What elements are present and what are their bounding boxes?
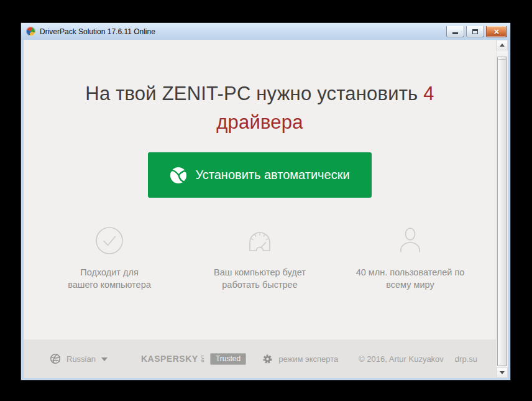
window-title: DriverPack Solution 17.6.11 Online	[40, 27, 155, 36]
expert-mode-label: режим эксперта	[278, 354, 338, 364]
close-button[interactable]: ×	[486, 26, 507, 37]
maximize-icon	[472, 29, 478, 34]
globe-icon	[50, 353, 61, 364]
driverpack-white-icon	[170, 167, 187, 184]
feature-label-line1: Ваш компьютер будет	[185, 266, 335, 279]
feature-faster: Ваш компьютер будет работать быстрее	[185, 223, 335, 291]
close-icon: ×	[494, 27, 500, 36]
app-window: DriverPack Solution 17.6.11 Online × На …	[21, 22, 511, 380]
feature-label-line2: вашего компьютера	[34, 279, 185, 291]
kaspersky-lab-label: LAB	[200, 355, 204, 362]
vertical-scrollbar[interactable]	[496, 40, 508, 378]
expert-mode-toggle[interactable]: режим эксперта	[262, 354, 338, 364]
main-content: На твой ZENIT-PC нужно установить 4 драй…	[24, 40, 496, 378]
driver-count: 4	[423, 83, 434, 104]
feature-label-line2: всему миру	[335, 279, 485, 291]
speedometer-icon	[185, 223, 335, 258]
window-controls: ×	[446, 25, 507, 37]
maximize-button[interactable]	[466, 26, 484, 37]
check-circle-icon	[34, 223, 185, 258]
install-automatically-button[interactable]: Установить автоматически	[148, 152, 372, 198]
scroll-down-icon	[500, 371, 505, 374]
minimize-icon	[452, 32, 458, 34]
feature-label-line1: 40 млн. пользователей по	[335, 266, 485, 279]
scroll-down-button[interactable]	[497, 367, 508, 378]
language-selector[interactable]: Russian	[50, 353, 108, 364]
minimize-button[interactable]	[446, 26, 464, 37]
driverpack-logo-icon	[26, 27, 35, 36]
copyright-text: © 2016, Artur Kuzyakov	[359, 354, 444, 364]
driver-count-word: драйвера	[216, 111, 303, 133]
footer-bar: Russian KASPERSKY LAB Trusted режим эксп…	[24, 339, 496, 378]
feature-compatible: Подходит для вашего компьютера	[34, 223, 185, 291]
chevron-down-icon	[101, 357, 108, 361]
feature-label-line1: Подходит для	[34, 266, 185, 279]
user-icon	[335, 223, 485, 258]
kaspersky-trusted[interactable]: KASPERSKY LAB Trusted	[141, 353, 246, 365]
install-button-label: Установить автоматически	[195, 168, 349, 182]
features-row: Подходит для вашего компьютера	[34, 223, 485, 291]
kaspersky-logo: KASPERSKY	[141, 354, 198, 364]
titlebar[interactable]: DriverPack Solution 17.6.11 Online ×	[21, 23, 510, 40]
scroll-up-button[interactable]	[497, 40, 508, 50]
gear-icon	[262, 354, 273, 364]
scrollbar-thumb[interactable]	[497, 57, 507, 366]
feature-label-line2: работать быстрее	[185, 279, 335, 291]
language-label: Russian	[66, 354, 96, 364]
trusted-badge: Trusted	[210, 353, 246, 365]
scroll-up-icon	[500, 44, 505, 47]
site-link[interactable]: drp.su	[455, 354, 477, 364]
headline-text: На твой ZENIT-PC нужно установить	[85, 83, 418, 104]
headline: На твой ZENIT-PC нужно установить 4 драй…	[24, 80, 496, 137]
feature-users: 40 млн. пользователей по всему миру	[335, 223, 485, 291]
